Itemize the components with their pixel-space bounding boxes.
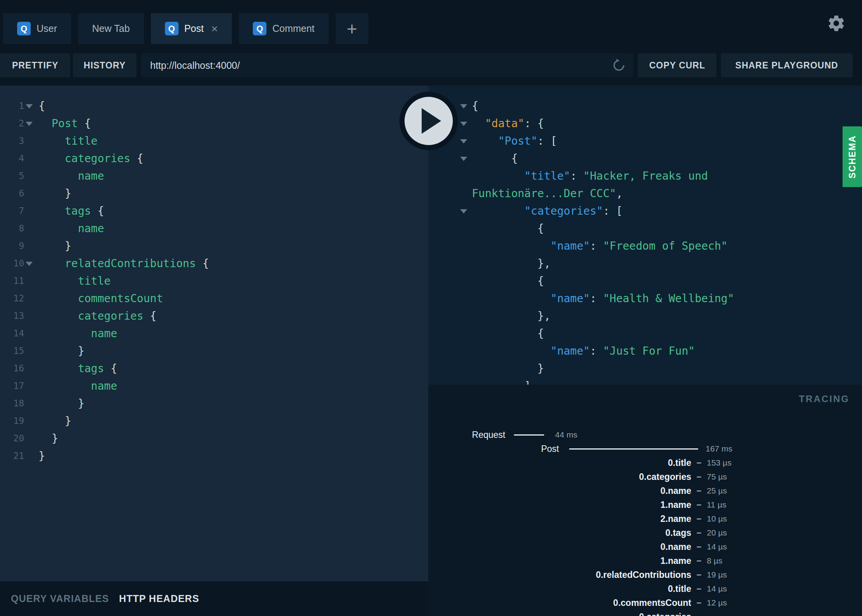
tab-post[interactable]: QPost× (151, 13, 232, 44)
schema-side-tab[interactable]: SCHEMA (843, 126, 862, 187)
tracing-row-value: 14 µs (707, 584, 727, 593)
fold-arrow-icon[interactable] (460, 122, 467, 126)
code-line: 5 name (0, 167, 428, 185)
code-text: "categories": [ (472, 202, 623, 220)
tracing-row-label: Post (428, 444, 559, 454)
code-text: }, (472, 307, 550, 325)
code-line: "name": "Health & Wellbeing" (428, 290, 862, 307)
tracing-dash (697, 518, 701, 520)
tracing-dash (697, 490, 701, 492)
tracing-title: TRACING (799, 394, 850, 404)
endpoint-url-wrap (141, 53, 633, 77)
tracing-row-label: 0.tags (428, 528, 691, 538)
code-line: 7 tags { (0, 202, 428, 220)
code-text: } (39, 430, 58, 447)
tracing-row-value: 14 µs (707, 542, 727, 551)
fold-arrow-icon[interactable] (26, 104, 33, 108)
tracing-row-label: 0.name (428, 542, 691, 552)
code-line: 21} (0, 447, 428, 465)
code-text: "Post": [ (472, 132, 557, 150)
line-number: 13 (0, 307, 24, 325)
tracing-row-label: 0.title (428, 584, 691, 594)
fold-arrow-icon[interactable] (460, 139, 467, 144)
tracing-dash (697, 532, 701, 534)
http-headers-tab[interactable]: HTTP HEADERS (119, 593, 199, 604)
code-text: }, (472, 255, 550, 272)
code-text: { (472, 325, 544, 342)
code-line: 16 tags { (0, 360, 428, 377)
playground-window: QUserNew TabQPost×QComment+ PRETTIFY HIS… (0, 0, 862, 616)
tracing-row: 1.name8 µs (428, 554, 862, 568)
tracing-duration-bar (514, 434, 544, 436)
tracing-row-value: 19 µs (707, 570, 727, 579)
code-text: } (39, 447, 45, 465)
tracing-row-value: 10 µs (707, 514, 727, 523)
line-number: 12 (0, 290, 24, 307)
tracing-row-value: 167 ms (706, 444, 732, 453)
code-text: "name": "Health & Wellbeing" (472, 290, 734, 307)
tracing-panel: TRACING Request44 msPost167 ms0.title153… (428, 385, 862, 616)
tracing-row-value: 8 µs (707, 556, 722, 565)
line-number: 11 (0, 272, 24, 290)
code-line: 4 categories { (0, 150, 428, 167)
code-text: } (39, 237, 71, 255)
query-editor-pane[interactable]: 1{2 Post {3 title4 categories {5 name6 }… (0, 86, 428, 581)
code-text: "name": "Just For Fun" (472, 342, 695, 360)
tab-user[interactable]: QUser (3, 13, 71, 44)
bottom-pane-tabs: QUERY VARIABLES HTTP HEADERS (0, 581, 428, 616)
code-text: name (39, 325, 117, 342)
query-variables-tab[interactable]: QUERY VARIABLES (11, 593, 109, 604)
fold-arrow-icon[interactable] (460, 209, 467, 214)
tracing-row-label: 1.name (428, 556, 691, 566)
history-button[interactable]: HISTORY (73, 53, 137, 77)
fold-arrow-icon[interactable] (460, 104, 467, 108)
code-line: } (428, 360, 862, 377)
tab-comment[interactable]: QComment (239, 13, 328, 44)
tab-new-tab[interactable]: New Tab (78, 13, 144, 44)
tracing-row: 0.title14 µs (428, 582, 862, 596)
close-tab-icon[interactable]: × (211, 23, 218, 35)
code-text: relatedContributions { (39, 255, 209, 272)
tracing-row-value: 44 ms (555, 430, 577, 439)
share-playground-button[interactable]: SHARE PLAYGROUND (721, 53, 853, 77)
code-text: } (39, 185, 71, 202)
tracing-dash (697, 574, 701, 576)
line-number: 8 (0, 220, 24, 237)
code-text: { (39, 97, 45, 115)
tracing-row-label: 1.name (428, 500, 691, 510)
tracing-dash (697, 476, 701, 478)
line-number: 20 (0, 430, 24, 447)
tracing-row: 0.commentsCount12 µs (428, 596, 862, 610)
code-line: }, (428, 307, 862, 325)
settings-gear-icon[interactable] (827, 14, 846, 33)
fold-arrow-icon[interactable] (26, 262, 33, 266)
code-text: "title": "Hacker, Freaks und (472, 167, 708, 185)
code-line: 14 name (0, 325, 428, 342)
prettify-button[interactable]: PRETTIFY (0, 53, 70, 77)
fold-arrow-icon[interactable] (460, 157, 467, 161)
copy-curl-button[interactable]: COPY CURL (638, 53, 717, 77)
code-line: "title": "Hacker, Freaks und (428, 167, 862, 185)
line-number: 14 (0, 325, 24, 342)
code-line: 2 Post { (0, 115, 428, 132)
execute-query-button[interactable] (405, 97, 453, 145)
tab-label: New Tab (92, 23, 130, 34)
tracing-row: 1.name11 µs (428, 498, 862, 512)
code-text: commentsCount (39, 290, 163, 307)
code-line: 11 title (0, 272, 428, 290)
code-text: "data": { (472, 115, 544, 132)
tracing-row-value: 153 µs (707, 458, 731, 467)
tracing-dash (697, 560, 701, 562)
endpoint-url-input[interactable] (141, 53, 633, 77)
add-tab-button[interactable]: + (336, 13, 368, 44)
code-text: } (39, 342, 84, 360)
reload-schema-icon[interactable] (611, 57, 627, 74)
line-number: 10 (0, 255, 24, 272)
code-text: title (39, 272, 110, 290)
fold-arrow-icon[interactable] (26, 122, 33, 126)
line-number: 2 (0, 115, 24, 132)
tracing-row: 0.title153 µs (428, 456, 862, 470)
toolbar: PRETTIFY HISTORY COPY CURL SHARE PLAYGRO… (0, 53, 862, 77)
tracing-row-label: 2.name (428, 514, 691, 524)
code-line: 8 name (0, 220, 428, 237)
